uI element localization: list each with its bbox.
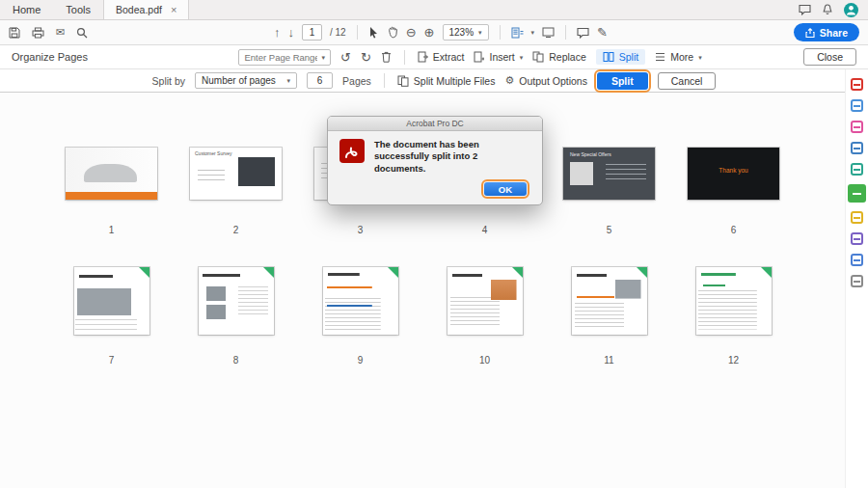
replace-label: Replace xyxy=(549,51,586,63)
main-toolbar: ✉ ↑ ↓ 1 / 12 ⊖ ⊕ 123% ▾ xyxy=(0,20,868,45)
split-mode-select[interactable]: Number of pages ▾ xyxy=(195,72,297,89)
zoom-level-value: 123% xyxy=(449,27,475,38)
pages-row-2: 789101112 xyxy=(0,267,845,366)
enhance-scans-icon[interactable] xyxy=(851,163,863,176)
document-tab[interactable]: Bodea.pdf × xyxy=(103,0,189,19)
page-thumbnail[interactable]: New Special Offers xyxy=(563,148,655,200)
chevron-down-icon: ▾ xyxy=(698,54,702,61)
thumbnail-title: New Special Offers xyxy=(570,152,611,158)
page-thumbnail-wrap: 10 xyxy=(448,267,523,366)
thumbnail-title: Customer Survey xyxy=(195,151,232,157)
combine-files-icon[interactable] xyxy=(851,142,863,154)
page-range-input[interactable] xyxy=(244,52,317,63)
page-number: 9 xyxy=(323,355,398,366)
page-thumbnail-wrap: 7 xyxy=(74,267,149,366)
page-thumbnail[interactable] xyxy=(323,267,398,335)
zoom-in-icon[interactable]: ⊕ xyxy=(424,26,435,39)
divider xyxy=(404,50,405,65)
next-page-icon[interactable]: ↓ xyxy=(288,26,295,39)
page-number: 2 xyxy=(190,225,282,235)
acrobat-window: Home Tools Bodea.pdf × xyxy=(0,0,868,488)
email-icon[interactable]: ✉ xyxy=(56,27,65,38)
divider xyxy=(500,25,501,40)
tab-home[interactable]: Home xyxy=(0,0,53,19)
cancel-button[interactable]: Cancel xyxy=(658,72,717,90)
rotate-left-icon[interactable]: ↺ xyxy=(340,51,351,64)
page-thumbnail[interactable] xyxy=(74,267,149,335)
page-thumbnail-wrap: 11 xyxy=(572,267,647,366)
pencil-icon[interactable]: ✎ xyxy=(597,26,608,39)
zoom-level-dropdown[interactable]: 123% ▾ xyxy=(443,24,489,41)
share-button[interactable]: Share xyxy=(794,23,859,41)
close-tool-button[interactable]: Close xyxy=(803,48,856,66)
export-pdf-icon[interactable] xyxy=(851,78,863,91)
extract-label: Extract xyxy=(433,51,465,63)
page-display-icon[interactable] xyxy=(511,27,524,39)
more-tools-icon[interactable] xyxy=(851,275,863,287)
fill-sign-icon[interactable] xyxy=(851,232,863,245)
tools-panel xyxy=(845,69,868,488)
gear-icon: ⚙ xyxy=(504,75,514,86)
page-number: 5 xyxy=(563,225,655,235)
search-icon[interactable] xyxy=(76,27,88,39)
chevron-down-icon: ▾ xyxy=(287,77,291,84)
delete-pages-icon[interactable] xyxy=(381,51,392,63)
page-thumbnail[interactable] xyxy=(696,267,772,335)
replace-button[interactable]: Replace xyxy=(532,51,586,63)
reading-mode-icon[interactable] xyxy=(542,27,555,38)
split-confirm-button[interactable]: Split xyxy=(597,72,648,90)
page-thumbnail-wrap: 9 xyxy=(323,267,398,366)
output-options-label: Output Options xyxy=(519,75,587,87)
comment-icon[interactable] xyxy=(577,27,589,39)
split-tool-button[interactable]: Split xyxy=(596,49,645,65)
extract-button[interactable]: Extract xyxy=(418,51,465,63)
split-multiple-files-button[interactable]: Split Multiple Files xyxy=(397,75,496,87)
page-thumbnail[interactable]: Thank you xyxy=(688,148,779,200)
chevron-down-icon: ▾ xyxy=(520,54,524,61)
page-number: 12 xyxy=(696,355,772,366)
page-number: 10 xyxy=(448,355,523,366)
organize-pages-icon[interactable] xyxy=(848,184,866,203)
page-thumbnail[interactable] xyxy=(66,148,157,200)
chevron-down-icon[interactable]: ▾ xyxy=(531,29,535,36)
create-pdf-icon[interactable] xyxy=(851,99,863,112)
page-thumbnail-wrap: Customer Survey2 xyxy=(190,148,282,235)
page-number: 7 xyxy=(74,355,149,366)
toolbar-right: Share xyxy=(794,23,859,41)
chevron-down-icon: ▾ xyxy=(478,29,482,36)
output-options-button[interactable]: ⚙ Output Options xyxy=(504,75,587,87)
zoom-out-icon[interactable]: ⊖ xyxy=(406,26,417,39)
select-tool-icon[interactable] xyxy=(368,26,379,39)
bell-icon[interactable] xyxy=(822,4,833,16)
save-icon[interactable] xyxy=(9,27,20,39)
edit-pdf-icon[interactable] xyxy=(851,121,863,133)
chevron-down-icon[interactable]: ▾ xyxy=(321,54,325,61)
rotate-right-icon[interactable]: ↻ xyxy=(361,51,371,64)
page-thumbnail[interactable] xyxy=(448,267,523,335)
hand-tool-icon[interactable] xyxy=(387,26,398,39)
more-label: More xyxy=(670,51,693,63)
page-thumbnail[interactable]: Customer Survey xyxy=(190,148,282,200)
print-icon[interactable] xyxy=(32,27,44,39)
page-range-input-box[interactable]: ▾ xyxy=(238,49,331,66)
previous-page-icon[interactable]: ↑ xyxy=(274,26,281,39)
insert-button[interactable]: Insert ▾ xyxy=(474,51,523,63)
protect-icon[interactable] xyxy=(851,254,863,266)
insert-label: Insert xyxy=(489,51,514,63)
close-tab-icon[interactable]: × xyxy=(171,5,176,15)
comment-icon[interactable] xyxy=(851,211,863,224)
more-button[interactable]: More ▾ xyxy=(655,51,701,63)
notifications-comment-icon[interactable] xyxy=(799,4,811,15)
user-avatar[interactable] xyxy=(844,3,858,17)
dialog-title: Acrobat Pro DC xyxy=(328,117,542,131)
tab-spacer xyxy=(189,0,789,19)
page-number-input[interactable]: 1 xyxy=(302,24,322,41)
tab-tools[interactable]: Tools xyxy=(53,0,103,19)
page-thumbnail[interactable] xyxy=(199,267,274,335)
page-thumbnail[interactable] xyxy=(572,267,647,335)
document-tab-label: Bodea.pdf xyxy=(116,4,162,15)
split-options-bar: Split by Number of pages ▾ Pages Split M… xyxy=(0,69,868,93)
page-count-input[interactable] xyxy=(307,72,333,89)
page-count-label: / 12 xyxy=(330,27,346,38)
ok-button[interactable]: OK xyxy=(484,182,527,196)
